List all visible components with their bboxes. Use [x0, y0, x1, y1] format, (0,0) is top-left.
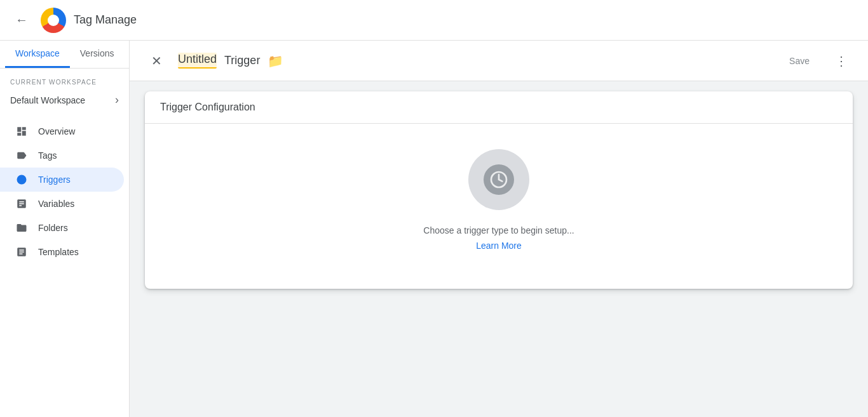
more-options-button[interactable]: ⋮: [830, 50, 853, 72]
sidebar-tabs: Workspace Versions: [0, 41, 129, 69]
trigger-icon-circle[interactable]: [468, 149, 529, 210]
content-area: Workspace Versions CURRENT WORKSPACE Def…: [0, 41, 868, 417]
sidebar-item-tags-label: Tags: [38, 150, 57, 161]
dialog-title-trigger: Trigger: [224, 54, 260, 67]
tags-icon: [15, 150, 28, 161]
tab-versions[interactable]: Versions: [70, 41, 125, 68]
sidebar-nav: Overview Tags Triggers: [0, 114, 129, 417]
sidebar-item-templates[interactable]: Templates: [0, 240, 124, 264]
svg-point-0: [17, 175, 27, 185]
triggers-icon: [15, 174, 28, 185]
trigger-config-title: Trigger Configuration: [145, 91, 853, 124]
main-panel: ✕ Untitled Trigger 📁 Save ⋮ Trigger Conf…: [130, 41, 868, 417]
workspace-name-item[interactable]: Default Workspace ›: [10, 91, 119, 109]
app-title: Tag Manage: [74, 13, 137, 27]
folder-icon[interactable]: 📁: [268, 53, 283, 69]
trigger-config-card: Trigger Configuration Choose a trigger t…: [145, 91, 853, 289]
sidebar-item-variables[interactable]: Variables: [0, 192, 124, 216]
workspace-section: CURRENT WORKSPACE Default Workspace ›: [0, 69, 129, 114]
sidebar-item-folders-label: Folders: [38, 223, 68, 233]
app-logo-center: [48, 15, 59, 26]
sidebar-item-overview-label: Overview: [38, 126, 75, 136]
sidebar-item-triggers[interactable]: Triggers: [0, 168, 124, 192]
folders-icon: [15, 222, 28, 234]
sidebar-item-overview[interactable]: Overview: [0, 119, 124, 143]
variables-icon: [15, 198, 28, 209]
templates-icon: [15, 246, 28, 258]
sidebar-item-triggers-label: Triggers: [38, 175, 71, 185]
app-bar-left: ← Tag Manage: [10, 8, 137, 33]
trigger-icon-inner: [484, 164, 514, 195]
sidebar-item-folders[interactable]: Folders: [0, 216, 124, 240]
sidebar: Workspace Versions CURRENT WORKSPACE Def…: [0, 41, 130, 417]
current-workspace-label: CURRENT WORKSPACE: [10, 79, 119, 86]
sidebar-item-tags[interactable]: Tags: [0, 143, 124, 168]
app-bar: ← Tag Manage: [0, 0, 868, 41]
dialog-title-untitled[interactable]: Untitled: [178, 53, 217, 69]
learn-more-link[interactable]: Learn More: [476, 241, 522, 251]
save-button[interactable]: Save: [779, 51, 820, 71]
trigger-hint-text: Choose a trigger type to begin setup...: [423, 225, 574, 235]
dialog-actions: Save ⋮: [779, 50, 853, 72]
close-button[interactable]: ✕: [145, 50, 168, 72]
app-logo: [41, 8, 66, 33]
sidebar-item-variables-label: Variables: [38, 199, 74, 209]
chevron-right-icon: ›: [115, 93, 119, 107]
workspace-name-text: Default Workspace: [10, 95, 85, 105]
sidebar-item-templates-label: Templates: [38, 247, 79, 257]
tab-workspace[interactable]: Workspace: [5, 41, 70, 68]
dialog-header: ✕ Untitled Trigger 📁 Save ⋮: [130, 41, 868, 81]
dialog-title-area: Untitled Trigger 📁: [178, 53, 779, 69]
overview-icon: [15, 126, 28, 137]
back-button[interactable]: ←: [10, 9, 33, 32]
trigger-card-body: Choose a trigger type to begin setup... …: [145, 124, 853, 289]
